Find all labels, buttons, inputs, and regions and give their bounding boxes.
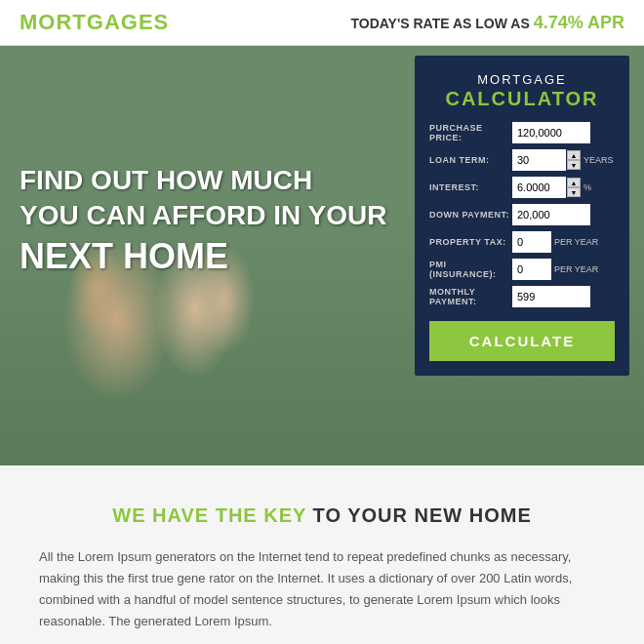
- hero-line1: FIND OUT HOW MUCH: [20, 165, 312, 195]
- property-tax-label: PROPERTY TAX:: [429, 237, 512, 247]
- calc-title-bottom: CALCULATOR: [429, 88, 615, 110]
- mortgage-calculator: MORTGAGE CALCULATOR PURCHASE PRICE: LOAN…: [415, 56, 629, 376]
- calculator-title: MORTGAGE CALCULATOR: [429, 70, 615, 110]
- pmi-label: PMI (INSURANCE):: [429, 260, 512, 279]
- property-tax-input[interactable]: [512, 231, 551, 253]
- calc-title-top: MORTGAGE: [477, 72, 567, 87]
- loan-term-stepper: ▲ ▼: [567, 150, 581, 170]
- monthly-payment-input[interactable]: [512, 286, 590, 307]
- pmi-wrap: PER YEAR: [512, 259, 615, 280]
- loan-term-unit: YEARS: [584, 155, 614, 165]
- logo-text: ORTGAGES: [38, 10, 169, 34]
- hero-line2: YOU CAN AFFORD IN YOUR: [20, 200, 386, 230]
- hero-line3: NEXT HOME: [20, 234, 390, 280]
- interest-stepper: ▲ ▼: [567, 178, 581, 197]
- monthly-payment-wrap: [512, 286, 615, 307]
- purchase-price-field: PURCHASE PRICE:: [429, 122, 615, 143]
- interest-up[interactable]: ▲: [567, 178, 581, 187]
- interest-input[interactable]: [512, 177, 566, 198]
- logo: MORTGAGES: [20, 10, 169, 35]
- purchase-price-input[interactable]: [512, 122, 590, 143]
- down-payment-wrap: [512, 204, 615, 225]
- loan-term-down[interactable]: ▼: [567, 160, 581, 170]
- monthly-payment-label: MONTHLY PAYMENT:: [429, 287, 512, 306]
- down-payment-input[interactable]: [512, 204, 590, 225]
- interest-down[interactable]: ▼: [567, 187, 581, 197]
- down-payment-field: DOWN PAYMENT:: [429, 204, 615, 225]
- hero-section: FIND OUT HOW MUCH YOU CAN AFFORD IN YOUR…: [0, 46, 644, 465]
- pmi-field: PMI (INSURANCE): PER YEAR: [429, 259, 615, 280]
- logo-accent: M: [20, 10, 38, 34]
- loan-term-field: LOAN TERM: ▲ ▼ YEARS: [429, 149, 615, 171]
- bottom-section: WE HAVE THE KEY TO YOUR NEW HOME All the…: [0, 465, 644, 644]
- calculate-button[interactable]: CALCULATE: [429, 321, 615, 361]
- hero-headline: FIND OUT HOW MUCH YOU CAN AFFORD IN YOUR…: [20, 163, 390, 280]
- loan-term-input[interactable]: [512, 149, 566, 171]
- loan-term-up[interactable]: ▲: [567, 150, 581, 160]
- loan-term-wrap: ▲ ▼ YEARS: [512, 149, 615, 171]
- interest-field: INTEREST: ▲ ▼ %: [429, 177, 615, 198]
- pmi-input[interactable]: [512, 259, 551, 280]
- rate-value: 4.74% APR: [534, 13, 624, 32]
- bottom-title-green: WE HAVE THE KEY: [112, 504, 306, 526]
- bottom-title-rest: TO YOUR NEW HOME: [306, 504, 532, 526]
- pmi-unit: PER YEAR: [554, 264, 598, 274]
- bottom-title: WE HAVE THE KEY TO YOUR NEW HOME: [29, 504, 615, 527]
- interest-label: INTEREST:: [429, 182, 512, 192]
- hero-text-block: FIND OUT HOW MUCH YOU CAN AFFORD IN YOUR…: [20, 163, 390, 280]
- header-rate: TODAY'S RATE AS LOW AS 4.74% APR: [350, 13, 624, 33]
- property-tax-field: PROPERTY TAX: PER YEAR: [429, 231, 615, 253]
- loan-term-label: LOAN TERM:: [429, 155, 512, 165]
- property-tax-unit: PER YEAR: [554, 237, 598, 247]
- header: MORTGAGES TODAY'S RATE AS LOW AS 4.74% A…: [0, 0, 644, 46]
- interest-unit: %: [584, 182, 591, 192]
- interest-wrap: ▲ ▼ %: [512, 177, 615, 198]
- down-payment-label: DOWN PAYMENT:: [429, 210, 512, 220]
- monthly-payment-field: MONTHLY PAYMENT:: [429, 286, 615, 307]
- purchase-price-wrap: [512, 122, 615, 143]
- rate-prefix: TODAY'S RATE AS LOW AS: [350, 16, 533, 31]
- property-tax-wrap: PER YEAR: [512, 231, 615, 253]
- bottom-body-text: All the Lorem Ipsum generators on the In…: [39, 546, 605, 632]
- purchase-price-label: PURCHASE PRICE:: [429, 123, 512, 142]
